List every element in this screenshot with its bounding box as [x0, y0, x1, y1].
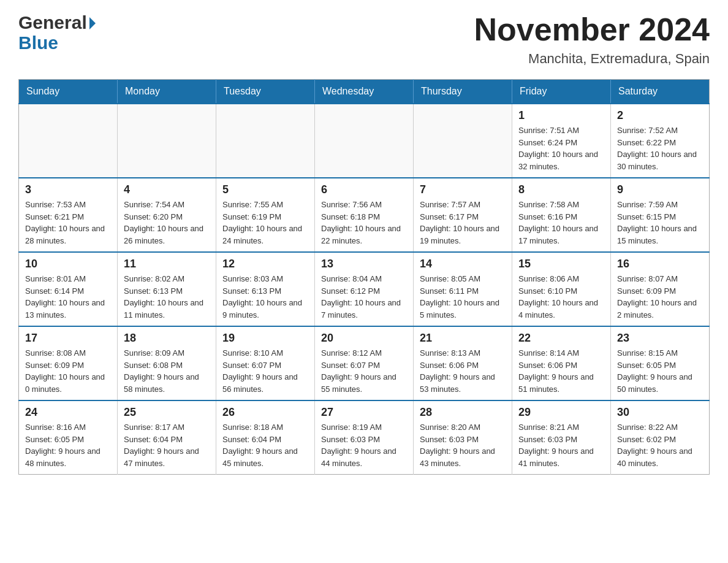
- calendar-cell: 13Sunrise: 8:04 AM Sunset: 6:12 PM Dayli…: [315, 252, 414, 326]
- calendar-cell: 16Sunrise: 8:07 AM Sunset: 6:09 PM Dayli…: [611, 252, 710, 326]
- calendar-cell: 2Sunrise: 7:52 AM Sunset: 6:22 PM Daylig…: [611, 104, 710, 178]
- day-number: 20: [321, 332, 407, 345]
- day-number: 15: [518, 258, 604, 270]
- calendar-cell: 4Sunrise: 7:54 AM Sunset: 6:20 PM Daylig…: [118, 178, 216, 252]
- col-header-thursday: Thursday: [414, 80, 512, 104]
- day-number: 19: [222, 332, 308, 345]
- day-number: 26: [222, 406, 308, 419]
- calendar-cell: 3Sunrise: 7:53 AM Sunset: 6:21 PM Daylig…: [19, 178, 118, 252]
- day-number: 29: [518, 406, 604, 419]
- calendar-header-row: Sunday Monday Tuesday Wednesday Thursday…: [19, 80, 710, 104]
- calendar-body: 1Sunrise: 7:51 AM Sunset: 6:24 PM Daylig…: [19, 104, 710, 475]
- calendar-cell: 22Sunrise: 8:14 AM Sunset: 6:06 PM Dayli…: [512, 326, 611, 400]
- day-info: Sunrise: 7:58 AM Sunset: 6:16 PM Dayligh…: [518, 199, 604, 247]
- day-number: 2: [617, 109, 703, 122]
- calendar-cell: 28Sunrise: 8:20 AM Sunset: 6:03 PM Dayli…: [414, 400, 512, 475]
- calendar-cell: 17Sunrise: 8:08 AM Sunset: 6:09 PM Dayli…: [19, 326, 118, 400]
- calendar-cell: 9Sunrise: 7:59 AM Sunset: 6:15 PM Daylig…: [611, 178, 710, 252]
- day-info: Sunrise: 8:22 AM Sunset: 6:02 PM Dayligh…: [617, 421, 703, 469]
- calendar-week-row-5: 24Sunrise: 8:16 AM Sunset: 6:05 PM Dayli…: [19, 400, 710, 475]
- calendar-cell: 19Sunrise: 8:10 AM Sunset: 6:07 PM Dayli…: [216, 326, 315, 400]
- day-info: Sunrise: 7:51 AM Sunset: 6:24 PM Dayligh…: [518, 124, 604, 172]
- calendar-cell: 6Sunrise: 7:56 AM Sunset: 6:18 PM Daylig…: [315, 178, 414, 252]
- calendar-cell: 11Sunrise: 8:02 AM Sunset: 6:13 PM Dayli…: [118, 252, 216, 326]
- col-header-wednesday: Wednesday: [315, 80, 414, 104]
- day-info: Sunrise: 8:02 AM Sunset: 6:13 PM Dayligh…: [124, 273, 210, 321]
- day-number: 30: [617, 406, 703, 419]
- calendar-cell: 20Sunrise: 8:12 AM Sunset: 6:07 PM Dayli…: [315, 326, 414, 400]
- day-info: Sunrise: 7:55 AM Sunset: 6:19 PM Dayligh…: [222, 199, 308, 247]
- calendar-week-row-3: 10Sunrise: 8:01 AM Sunset: 6:14 PM Dayli…: [19, 252, 710, 326]
- day-number: 11: [124, 258, 210, 270]
- calendar-subtitle: Manchita, Extremadura, Spain: [474, 51, 710, 67]
- day-number: 28: [420, 406, 506, 419]
- calendar-cell: 10Sunrise: 8:01 AM Sunset: 6:14 PM Dayli…: [19, 252, 118, 326]
- calendar-cell: 21Sunrise: 8:13 AM Sunset: 6:06 PM Dayli…: [414, 326, 512, 400]
- calendar-cell: 8Sunrise: 7:58 AM Sunset: 6:16 PM Daylig…: [512, 178, 611, 252]
- calendar-cell: 15Sunrise: 8:06 AM Sunset: 6:10 PM Dayli…: [512, 252, 611, 326]
- day-number: 24: [25, 406, 111, 419]
- day-info: Sunrise: 7:53 AM Sunset: 6:21 PM Dayligh…: [25, 199, 111, 247]
- day-info: Sunrise: 8:18 AM Sunset: 6:04 PM Dayligh…: [222, 421, 308, 469]
- day-info: Sunrise: 7:52 AM Sunset: 6:22 PM Dayligh…: [617, 124, 703, 172]
- calendar-cell: 5Sunrise: 7:55 AM Sunset: 6:19 PM Daylig…: [216, 178, 315, 252]
- calendar-week-row-2: 3Sunrise: 7:53 AM Sunset: 6:21 PM Daylig…: [19, 178, 710, 252]
- col-header-monday: Monday: [118, 80, 216, 104]
- calendar-cell: 7Sunrise: 7:57 AM Sunset: 6:17 PM Daylig…: [414, 178, 512, 252]
- calendar-cell: 12Sunrise: 8:03 AM Sunset: 6:13 PM Dayli…: [216, 252, 315, 326]
- calendar-cell: [216, 104, 315, 178]
- calendar-cell: 24Sunrise: 8:16 AM Sunset: 6:05 PM Dayli…: [19, 400, 118, 475]
- page-header: General Blue November 2024 Manchita, Ext…: [18, 12, 710, 67]
- day-info: Sunrise: 8:20 AM Sunset: 6:03 PM Dayligh…: [420, 421, 506, 469]
- day-number: 25: [124, 406, 210, 419]
- day-number: 13: [321, 258, 407, 270]
- day-number: 10: [25, 258, 111, 270]
- day-info: Sunrise: 8:04 AM Sunset: 6:12 PM Dayligh…: [321, 273, 407, 321]
- day-info: Sunrise: 8:07 AM Sunset: 6:09 PM Dayligh…: [617, 273, 703, 321]
- day-number: 6: [321, 183, 407, 196]
- calendar-title: November 2024: [474, 12, 710, 47]
- day-number: 8: [518, 183, 604, 196]
- day-info: Sunrise: 8:12 AM Sunset: 6:07 PM Dayligh…: [321, 347, 407, 395]
- day-number: 12: [222, 258, 308, 270]
- col-header-saturday: Saturday: [611, 80, 710, 104]
- calendar-cell: 25Sunrise: 8:17 AM Sunset: 6:04 PM Dayli…: [118, 400, 216, 475]
- day-info: Sunrise: 8:21 AM Sunset: 6:03 PM Dayligh…: [518, 421, 604, 469]
- day-info: Sunrise: 8:06 AM Sunset: 6:10 PM Dayligh…: [518, 273, 604, 321]
- day-number: 7: [420, 183, 506, 196]
- calendar-table: Sunday Monday Tuesday Wednesday Thursday…: [18, 79, 710, 475]
- col-header-tuesday: Tuesday: [216, 80, 315, 104]
- logo-general-text: General: [18, 12, 87, 33]
- day-info: Sunrise: 8:14 AM Sunset: 6:06 PM Dayligh…: [518, 347, 604, 395]
- day-info: Sunrise: 7:56 AM Sunset: 6:18 PM Dayligh…: [321, 199, 407, 247]
- day-info: Sunrise: 8:05 AM Sunset: 6:11 PM Dayligh…: [420, 273, 506, 321]
- day-number: 3: [25, 183, 111, 196]
- calendar-cell: 18Sunrise: 8:09 AM Sunset: 6:08 PM Dayli…: [118, 326, 216, 400]
- logo-blue-text: Blue: [18, 33, 96, 53]
- calendar-cell: 14Sunrise: 8:05 AM Sunset: 6:11 PM Dayli…: [414, 252, 512, 326]
- day-info: Sunrise: 8:08 AM Sunset: 6:09 PM Dayligh…: [25, 347, 111, 395]
- logo: General Blue: [18, 12, 96, 53]
- day-info: Sunrise: 8:01 AM Sunset: 6:14 PM Dayligh…: [25, 273, 111, 321]
- calendar-cell: 23Sunrise: 8:15 AM Sunset: 6:05 PM Dayli…: [611, 326, 710, 400]
- calendar-cell: 1Sunrise: 7:51 AM Sunset: 6:24 PM Daylig…: [512, 104, 611, 178]
- day-info: Sunrise: 8:19 AM Sunset: 6:03 PM Dayligh…: [321, 421, 407, 469]
- day-info: Sunrise: 8:13 AM Sunset: 6:06 PM Dayligh…: [420, 347, 506, 395]
- day-number: 5: [222, 183, 308, 196]
- calendar-cell: 27Sunrise: 8:19 AM Sunset: 6:03 PM Dayli…: [315, 400, 414, 475]
- day-number: 23: [617, 332, 703, 345]
- calendar-cell: 26Sunrise: 8:18 AM Sunset: 6:04 PM Dayli…: [216, 400, 315, 475]
- calendar-cell: [19, 104, 118, 178]
- day-number: 14: [420, 258, 506, 270]
- day-number: 17: [25, 332, 111, 345]
- calendar-title-section: November 2024 Manchita, Extremadura, Spa…: [474, 12, 710, 67]
- col-header-friday: Friday: [512, 80, 611, 104]
- calendar-cell: 30Sunrise: 8:22 AM Sunset: 6:02 PM Dayli…: [611, 400, 710, 475]
- calendar-cell: [118, 104, 216, 178]
- day-info: Sunrise: 8:16 AM Sunset: 6:05 PM Dayligh…: [25, 421, 111, 469]
- calendar-cell: [414, 104, 512, 178]
- day-info: Sunrise: 8:09 AM Sunset: 6:08 PM Dayligh…: [124, 347, 210, 395]
- calendar-cell: 29Sunrise: 8:21 AM Sunset: 6:03 PM Dayli…: [512, 400, 611, 475]
- day-number: 18: [124, 332, 210, 345]
- col-header-sunday: Sunday: [19, 80, 118, 104]
